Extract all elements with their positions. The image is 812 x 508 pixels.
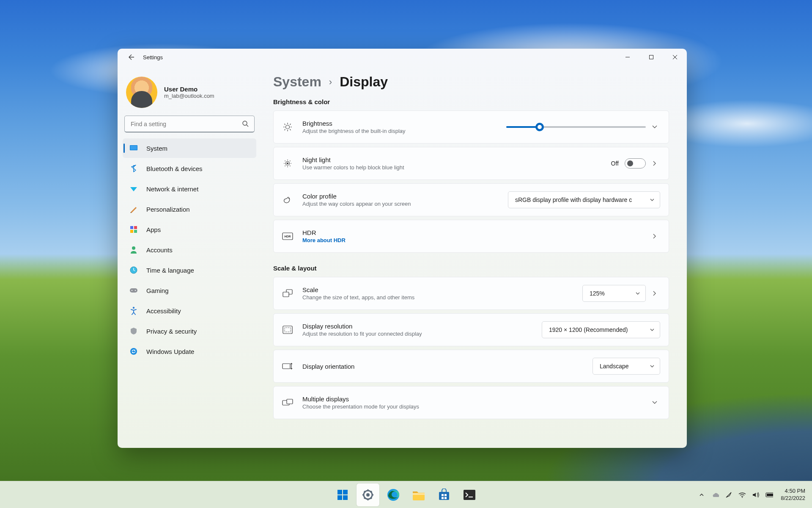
apps-icon	[129, 225, 138, 234]
multiple-displays-icon	[282, 399, 293, 406]
onedrive-icon[interactable]	[711, 491, 719, 499]
titlebar: Settings	[118, 49, 687, 66]
avatar	[126, 77, 157, 108]
minimize-button[interactable]	[616, 49, 639, 66]
svg-rect-25	[285, 328, 291, 332]
location-icon[interactable]	[725, 491, 732, 499]
taskbar-app-edge[interactable]	[382, 483, 405, 506]
sidebar-item-time[interactable]: Time & language	[123, 260, 256, 280]
orientation-select[interactable]: Landscape	[593, 358, 660, 375]
sidebar-item-label: Accessibility	[146, 307, 181, 315]
svg-point-19	[288, 198, 289, 199]
svg-point-12	[132, 290, 132, 291]
svg-rect-23	[283, 292, 289, 297]
search-input[interactable]	[124, 116, 255, 133]
battery-icon[interactable]	[765, 491, 773, 499]
profile-email: m_lab@outlook.com	[164, 93, 214, 99]
sidebar-item-network[interactable]: Network & internet	[123, 179, 256, 199]
accessibility-icon	[129, 306, 138, 315]
sidebar-item-system[interactable]: System	[123, 138, 256, 158]
setting-hdr[interactable]: HDR HDR More about HDR	[273, 220, 669, 253]
svg-rect-24	[283, 326, 292, 334]
tray-clock[interactable]: 4:50 PM 8/22/2022	[781, 488, 805, 502]
svg-rect-6	[130, 230, 133, 233]
resolution-select[interactable]: 812 × 508 (Recommended)	[542, 321, 660, 338]
sidebar-item-label: Bluetooth & devices	[146, 165, 203, 172]
nightlight-toggle[interactable]	[625, 158, 646, 168]
svg-point-13	[135, 290, 136, 291]
brightness-slider[interactable]	[506, 126, 646, 128]
svg-rect-28	[287, 399, 293, 404]
svg-rect-38	[442, 494, 444, 496]
setting-title: HDR	[302, 229, 642, 236]
setting-title: Brightness	[302, 120, 497, 127]
sidebar-item-label: Network & internet	[146, 185, 198, 193]
setting-title: Multiple displays	[302, 395, 642, 403]
sidebar-item-label: Windows Update	[146, 348, 194, 355]
svg-rect-29	[337, 490, 342, 494]
sidebar-item-accounts[interactable]: Accounts	[123, 240, 256, 260]
svg-point-8	[132, 246, 135, 250]
svg-rect-30	[343, 490, 348, 494]
sidebar-item-bluetooth[interactable]: Bluetooth & devices	[123, 159, 256, 178]
close-button[interactable]	[663, 49, 687, 66]
maximize-button[interactable]	[639, 49, 663, 66]
system-tray: 4:50 PM 8/22/2022	[698, 481, 808, 508]
sidebar-item-label: Personalization	[146, 206, 190, 213]
sidebar-item-personalization[interactable]: Personalization	[123, 199, 256, 219]
toggle-state-label: Off	[611, 160, 619, 167]
taskbar-app-terminal[interactable]	[458, 483, 481, 506]
breadcrumb: System › Display	[273, 74, 669, 90]
sidebar-item-label: Accounts	[146, 246, 173, 254]
svg-rect-39	[444, 494, 447, 496]
gaming-icon	[129, 286, 138, 295]
tray-time: 4:50 PM	[781, 488, 805, 494]
expand-button[interactable]	[652, 124, 660, 130]
content-area: System › Display Brightness & color Brig…	[261, 66, 687, 448]
taskbar-app-store[interactable]	[433, 483, 455, 506]
wifi-icon[interactable]	[738, 491, 746, 499]
back-button[interactable]	[126, 52, 136, 62]
sidebar-item-gaming[interactable]: Gaming	[123, 281, 256, 300]
start-button[interactable]	[331, 483, 354, 506]
svg-rect-5	[134, 226, 137, 229]
setting-nightlight[interactable]: Night light Use warmer colors to help bl…	[273, 147, 669, 180]
nightlight-icon	[282, 158, 293, 168]
svg-rect-0	[650, 55, 653, 59]
profile-block[interactable]: User Demo m_lab@outlook.com	[123, 73, 256, 116]
tray-overflow-icon[interactable]	[698, 491, 705, 499]
navigate-button[interactable]	[652, 233, 660, 239]
svg-rect-7	[134, 230, 137, 233]
svg-rect-40	[442, 497, 444, 499]
hdr-icon: HDR	[282, 232, 293, 240]
breadcrumb-current: Display	[340, 74, 388, 90]
sidebar-item-privacy[interactable]: Privacy & security	[123, 321, 256, 341]
hdr-link[interactable]: More about HDR	[302, 237, 642, 243]
scale-select[interactable]: 125%	[582, 285, 646, 302]
expand-button[interactable]	[652, 400, 660, 406]
sidebar-item-accessibility[interactable]: Accessibility	[123, 301, 256, 320]
svg-rect-42	[464, 490, 475, 500]
setting-title: Display orientation	[302, 363, 583, 370]
colorprofile-select[interactable]: sRGB display profile with display hardwa…	[508, 191, 660, 208]
navigate-button[interactable]	[652, 290, 660, 296]
sidebar-item-apps[interactable]: Apps	[123, 220, 256, 239]
taskbar: 4:50 PM 8/22/2022	[0, 481, 812, 508]
setting-scale[interactable]: Scale Change the size of text, apps, and…	[273, 277, 669, 310]
taskbar-app-settings[interactable]	[357, 483, 379, 506]
taskbar-app-explorer[interactable]	[407, 483, 430, 506]
navigate-button[interactable]	[652, 160, 660, 166]
setting-multiple-displays[interactable]: Multiple displays Choose the presentatio…	[273, 386, 669, 419]
tray-date: 8/22/2022	[781, 495, 805, 502]
setting-brightness: Brightness Adjust the brightness of the …	[273, 110, 669, 144]
chevron-down-icon	[635, 291, 640, 296]
accounts-icon	[129, 246, 138, 254]
volume-icon[interactable]	[752, 491, 760, 499]
svg-rect-11	[130, 288, 137, 293]
setting-title: Night light	[302, 156, 602, 163]
setting-sub: Choose the presentation mode for your di…	[302, 403, 642, 410]
sidebar-item-update[interactable]: Windows Update	[123, 342, 256, 361]
breadcrumb-parent[interactable]: System	[273, 74, 321, 90]
setting-sub: Adjust the brightness of the built-in di…	[302, 128, 497, 134]
section-brightness-title: Brightness & color	[273, 98, 669, 105]
